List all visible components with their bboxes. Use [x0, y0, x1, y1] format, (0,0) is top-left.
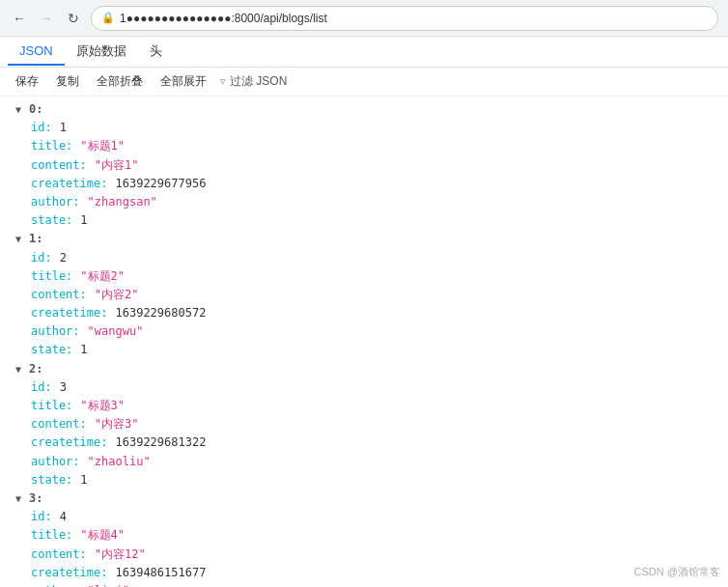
filter-icon: ▿	[220, 75, 226, 88]
index-1: 1:	[29, 230, 42, 248]
field-id-2: id:	[31, 378, 52, 397]
val-state-0: 1	[80, 211, 87, 230]
url-text: 1●●●●●●●●●●●●●●●:8000/api/blogs/list	[120, 12, 327, 25]
refresh-button[interactable]: ↻	[64, 9, 83, 28]
record-2-author: author: "zhaoliu"	[0, 453, 728, 471]
field-state-2: state:	[31, 471, 72, 489]
filter-input[interactable]	[291, 75, 368, 89]
field-id-1: id:	[31, 249, 52, 267]
json-content: ▼ 0: id: 1 title: "标题1" content: "内容1" c…	[0, 97, 728, 587]
val-id-0: 1	[60, 119, 67, 137]
copy-button[interactable]: 复制	[48, 71, 87, 92]
val-author-3: "lisi"	[88, 582, 129, 587]
expand-all-button[interactable]: 全部展开	[153, 71, 214, 92]
toggle-0[interactable]: ▼	[15, 102, 27, 118]
field-id-3: id:	[31, 508, 52, 526]
record-2-content: content: "内容3"	[0, 415, 728, 433]
toggle-1[interactable]: ▼	[15, 232, 27, 247]
val-author-0: "zhangsan"	[88, 193, 157, 211]
val-createtime-0: 16392296779​56	[115, 175, 206, 193]
val-createtime-1: 1639229680572	[115, 304, 206, 322]
field-title-2: title:	[31, 397, 72, 415]
record-3-content: content: "内容12"	[0, 545, 728, 564]
tab-raw[interactable]: 原始数据	[65, 37, 138, 68]
record-3-header: ▼ 3:	[0, 489, 728, 508]
record-3-id: id: 4	[0, 508, 728, 526]
val-id-2: 3	[60, 378, 67, 397]
record-3-createtime: createtime: 1639486151677	[0, 564, 728, 582]
val-title-0: "标题1"	[80, 137, 125, 155]
record-0-title: title: "标题1"	[0, 137, 728, 155]
field-title-1: title:	[31, 267, 72, 286]
val-id-1: 2	[60, 249, 67, 267]
save-button[interactable]: 保存	[8, 71, 46, 92]
val-content-0: "内容1"	[95, 156, 139, 175]
index-0: 0:	[29, 100, 42, 119]
record-0-id: id: 1	[0, 119, 728, 137]
val-title-1: "标题2"	[80, 267, 125, 286]
val-createtime-3: 1639486151677	[115, 564, 206, 582]
val-author-1: "wangwu"	[88, 322, 144, 341]
record-2-id: id: 3	[0, 378, 728, 397]
lock-icon: 🔒	[101, 12, 115, 24]
field-title-3: title:	[31, 526, 72, 545]
record-0-author: author: "zhangsan"	[0, 193, 728, 211]
back-button[interactable]: ←	[10, 9, 29, 28]
val-title-3: "标题4"	[80, 526, 125, 545]
toggle-2[interactable]: ▼	[15, 362, 27, 377]
field-author-2: author:	[31, 453, 80, 471]
record-1-author: author: "wangwu"	[0, 322, 728, 341]
field-content-1: content:	[31, 286, 87, 304]
field-content-2: content:	[31, 415, 87, 433]
field-title-0: title:	[31, 137, 72, 155]
address-bar[interactable]: 🔒 1●●●●●●●●●●●●●●●:8000/api/blogs/list	[91, 6, 718, 31]
field-state-0: state:	[31, 211, 72, 230]
index-2: 2:	[29, 360, 42, 378]
val-id-3: 4	[60, 508, 67, 526]
collapse-all-button[interactable]: 全部折叠	[89, 71, 151, 92]
val-title-2: "标题3"	[80, 397, 125, 415]
record-1-state: state: 1	[0, 341, 728, 359]
field-state-1: state:	[31, 341, 72, 359]
forward-button[interactable]: →	[37, 9, 56, 28]
record-0-createtime: createtime: 16392296779​56	[0, 175, 728, 193]
tab-headers[interactable]: 头	[138, 37, 174, 68]
devtools-tabs: JSON 原始数据 头	[0, 37, 728, 68]
field-content-3: content:	[31, 545, 87, 564]
record-0-state: state: 1	[0, 211, 728, 230]
val-state-1: 1	[80, 341, 87, 359]
watermark: CSDN @酒馆常客	[634, 565, 720, 579]
field-author-1: author:	[31, 322, 80, 341]
index-3: 3:	[29, 489, 42, 508]
record-1-createtime: createtime: 1639229680572	[0, 304, 728, 322]
val-author-2: "zhaoliu"	[88, 453, 151, 471]
val-content-1: "内容2"	[95, 286, 139, 304]
val-createtime-2: 1639229681322	[115, 433, 206, 452]
record-0-header: ▼ 0:	[0, 100, 728, 119]
toggle-3[interactable]: ▼	[15, 491, 27, 507]
record-2-header: ▼ 2:	[0, 360, 728, 378]
field-createtime-1: createtime:	[31, 304, 107, 322]
field-content-0: content:	[31, 156, 87, 175]
record-3-title: title: "标题4"	[0, 526, 728, 545]
record-3-author: author: "lisi"	[0, 582, 728, 587]
val-content-3: "内容12"	[95, 545, 146, 564]
filter-area: ▿ 过滤 JSON	[220, 73, 368, 90]
val-state-2: 1	[80, 471, 87, 489]
record-2-state: state: 1	[0, 471, 728, 489]
field-author-0: author:	[31, 193, 80, 211]
field-createtime-2: createtime:	[31, 433, 107, 452]
field-id-0: id:	[31, 119, 52, 137]
field-author-3: author:	[31, 582, 80, 587]
tab-json[interactable]: JSON	[8, 38, 65, 66]
json-toolbar: 保存 复制 全部折叠 全部展开 ▿ 过滤 JSON	[0, 68, 728, 97]
record-1-header: ▼ 1:	[0, 230, 728, 248]
field-createtime-3: createtime:	[31, 564, 107, 582]
record-1-content: content: "内容2"	[0, 286, 728, 304]
record-2-createtime: createtime: 1639229681322	[0, 433, 728, 452]
record-0-content: content: "内容1"	[0, 156, 728, 175]
field-createtime-0: createtime:	[31, 175, 107, 193]
val-content-2: "内容3"	[95, 415, 139, 433]
record-1-title: title: "标题2"	[0, 267, 728, 286]
record-1-id: id: 2	[0, 249, 728, 267]
